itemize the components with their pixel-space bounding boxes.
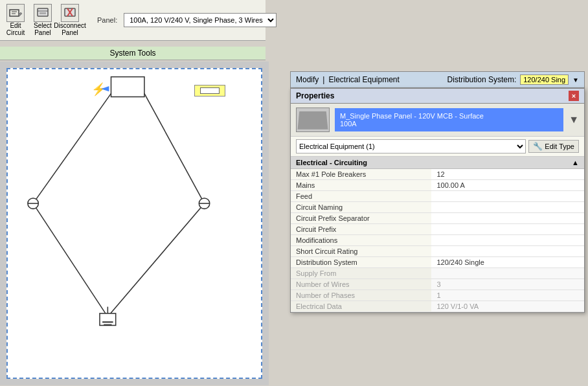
properties-title: Properties	[296, 91, 334, 100]
svg-rect-0	[10, 10, 19, 16]
panel-thumbnail	[296, 108, 330, 132]
section-label: Electrical - Circuiting	[296, 159, 367, 166]
equipment-label: Electrical Equipment	[328, 75, 399, 84]
prop-row-10: Number of Wires3	[291, 279, 584, 290]
panel-box	[111, 77, 144, 97]
prop-key-9: Supply From	[291, 268, 431, 279]
properties-table: Electrical - Circuiting ▲ Max #1 Pole Br…	[291, 157, 584, 312]
section-header-row: Electrical - Circuiting ▲	[291, 157, 584, 169]
panel-select-wrap: 100A, 120 V/240 V, Single Phase, 3 Wires	[124, 13, 277, 27]
circuit-line-bottom-right	[107, 203, 204, 317]
disconnect-panel-button[interactable]: DisconnectPanel	[58, 3, 82, 38]
schematic-drawing: ⚡	[8, 69, 261, 378]
bottom-panel	[100, 313, 116, 326]
prop-value-5[interactable]	[431, 224, 584, 235]
panel-label: Panel:	[97, 16, 117, 24]
select-panel-icon	[34, 4, 52, 22]
edit-circuit-button[interactable]: EditCircuit	[4, 3, 27, 38]
circuit-line-right	[144, 93, 205, 203]
panel-name-dropdown[interactable]: ▼	[569, 114, 579, 126]
prop-key-7: Short Circuit Rating	[291, 246, 431, 257]
prop-value-6[interactable]	[431, 235, 584, 246]
edit-type-label: Edit Type	[545, 142, 574, 150]
prop-row-6: Modifications	[291, 235, 584, 246]
prop-row-8: Distribution System120/240 Single	[291, 257, 584, 268]
prop-key-0: Max #1 Pole Breakers	[291, 169, 431, 180]
circuit-line-bottom-left	[33, 203, 107, 317]
prop-key-4: Circuit Prefix Separator	[291, 213, 431, 224]
modify-bar: Modify | Electrical Equipment Distributi…	[290, 71, 585, 88]
instance-select[interactable]: Electrical Equipment (1)	[296, 139, 526, 153]
section-header-cell: Electrical - Circuiting ▲	[291, 157, 584, 169]
prop-value-7[interactable]	[431, 246, 584, 257]
prop-value-10: 3	[431, 279, 584, 290]
prop-key-1: Mains	[291, 180, 431, 191]
system-tools-bar: System Tools	[0, 47, 266, 60]
prop-row-4: Circuit Prefix Separator	[291, 213, 584, 224]
panel-select[interactable]: 100A, 120 V/240 V, Single Phase, 3 Wires	[124, 13, 277, 27]
dist-system-value[interactable]: 120/240 Sing	[520, 74, 569, 85]
prop-key-5: Circuit Prefix	[291, 224, 431, 235]
prop-value-1[interactable]: 100.00 A	[431, 180, 584, 191]
svg-rect-6	[40, 12, 46, 14]
prop-value-9	[431, 268, 584, 279]
pipe-separator: |	[322, 75, 324, 84]
prop-row-9: Supply From	[291, 268, 584, 279]
prop-row-1: Mains100.00 A	[291, 180, 584, 191]
prop-selector: Electrical Equipment (1) 🔧 Edit Type	[291, 137, 584, 157]
system-tools-label: System Tools	[109, 49, 155, 58]
properties-titlebar: Properties ×	[291, 89, 584, 104]
edit-circuit-label: EditCircuit	[6, 22, 25, 36]
prop-key-3: Circuit Naming	[291, 202, 431, 213]
prop-row-2: Feed	[291, 191, 584, 202]
canvas-inner: ⚡	[6, 68, 262, 379]
prop-value-0[interactable]: 12	[431, 169, 584, 180]
collapse-button[interactable]: ▲	[572, 159, 579, 166]
prop-key-2: Feed	[291, 191, 431, 202]
prop-value-11: 1	[431, 290, 584, 301]
prop-key-11: Number of Phases	[291, 290, 431, 301]
close-button[interactable]: ×	[569, 91, 579, 101]
prop-row-5: Circuit Prefix	[291, 224, 584, 235]
disconnect-panel-label: DisconnectPanel	[54, 22, 85, 36]
properties-panel: Properties × M_Single Phase Panel - 120V…	[290, 88, 585, 313]
prop-key-8: Distribution System	[291, 257, 431, 268]
dist-system-label: Distribution System:	[447, 75, 517, 84]
select-panel-label: SelectPanel	[34, 22, 52, 36]
prop-row-7: Short Circuit Rating	[291, 246, 584, 257]
prop-row-3: Circuit Naming	[291, 202, 584, 213]
prop-value-3[interactable]	[431, 202, 584, 213]
prop-row-0: Max #1 Pole Breakers12	[291, 169, 584, 180]
panel-name-label: M_Single Phase Panel - 120V MCB - Surfac…	[335, 108, 563, 131]
prop-key-6: Modifications	[291, 235, 431, 246]
prop-value-2[interactable]	[431, 191, 584, 202]
prop-value-12: 120 V/1-0 VA	[431, 301, 584, 312]
edit-type-icon: 🔧	[533, 142, 543, 151]
prop-value-8[interactable]: 120/240 Single	[431, 257, 584, 268]
canvas-area: ⚡	[0, 62, 269, 385]
prop-value-4[interactable]	[431, 213, 584, 224]
edit-circuit-icon	[6, 4, 25, 22]
prop-row-11: Number of Phases1	[291, 290, 584, 301]
prop-key-10: Number of Wires	[291, 279, 431, 290]
disconnect-panel-icon	[61, 4, 79, 22]
modify-label: Modify	[296, 75, 319, 84]
prop-header: M_Single Phase Panel - 120V MCB - Surfac…	[291, 104, 584, 137]
toolbar: EditCircuit SelectPanel DisconnectPanel …	[0, 0, 266, 41]
dist-dropdown-arrow[interactable]: ▼	[572, 76, 579, 84]
circuit-line-left	[33, 93, 111, 203]
edit-type-button[interactable]: 🔧 Edit Type	[528, 140, 579, 153]
prop-row-12: Electrical Data120 V/1-0 VA	[291, 301, 584, 312]
select-panel-button[interactable]: SelectPanel	[31, 3, 54, 38]
prop-key-12: Electrical Data	[291, 301, 431, 312]
